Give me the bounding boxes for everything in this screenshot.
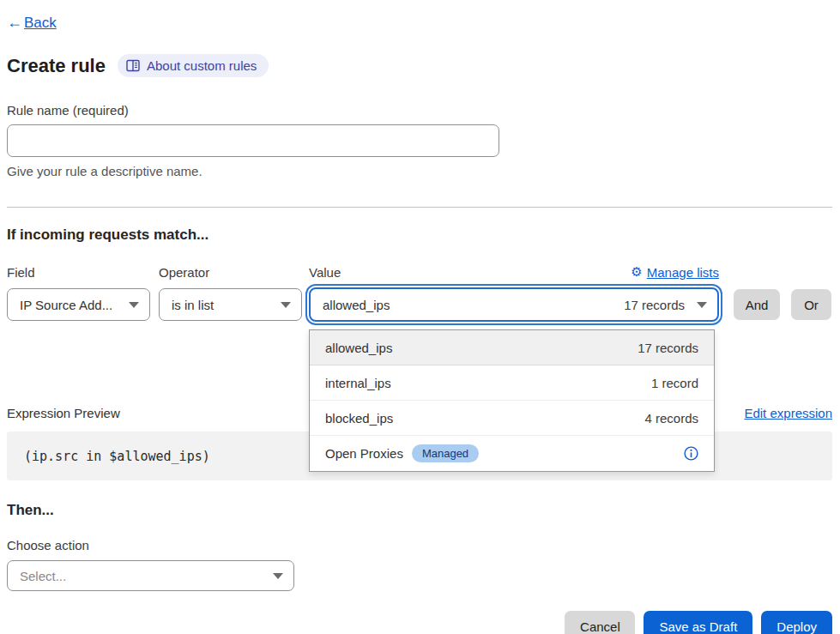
deploy-button[interactable]: Deploy	[761, 611, 832, 634]
manage-lists-label: Manage lists	[647, 265, 719, 280]
option-name: Open Proxies	[325, 446, 403, 461]
match-heading: If incoming requests match...	[7, 226, 832, 244]
action-select[interactable]: Select...	[7, 560, 294, 591]
rule-name-group: Rule name (required) Give your rule a de…	[7, 103, 832, 178]
chevron-down-icon	[273, 573, 283, 579]
value-select[interactable]: allowed_ips 17 records	[309, 287, 719, 322]
save-as-draft-button[interactable]: Save as Draft	[644, 611, 752, 634]
edit-expression-link[interactable]: Edit expression	[744, 406, 832, 420]
managed-badge: Managed	[412, 444, 479, 462]
value-select-meta: 17 records	[624, 298, 685, 312]
create-rule-page: ←Back Create rule About custom rules Rul…	[0, 0, 840, 634]
expression-preview-label: Expression Preview	[7, 406, 120, 420]
value-select-value: allowed_ips	[323, 298, 624, 312]
rule-name-label: Rule name (required)	[7, 103, 832, 118]
footer-actions: Cancel Save as Draft Deploy	[7, 611, 832, 634]
match-labels-row: Field Operator Value ⚙ Manage lists	[7, 264, 832, 280]
action-select-placeholder: Select...	[20, 569, 66, 583]
cancel-button[interactable]: Cancel	[565, 611, 635, 634]
rule-name-help: Give your rule a descriptive name.	[7, 164, 832, 178]
dropdown-option-internal-ips[interactable]: internal_ips 1 record	[310, 365, 714, 401]
option-name: allowed_ips	[325, 341, 392, 355]
title-row: Create rule About custom rules	[7, 54, 832, 77]
or-button[interactable]: Or	[791, 289, 831, 320]
back-link[interactable]: ←Back	[7, 14, 57, 32]
field-select-value: IP Source Add...	[20, 298, 112, 312]
then-heading: Then...	[7, 502, 832, 519]
option-meta: 17 records	[638, 341, 698, 355]
and-button[interactable]: And	[734, 289, 780, 320]
chevron-down-icon	[281, 302, 291, 308]
rule-name-input[interactable]	[7, 124, 499, 157]
chevron-down-icon	[697, 302, 707, 308]
choose-action-label: Choose action	[7, 538, 832, 552]
operator-select[interactable]: is in list	[159, 288, 302, 321]
chevron-down-icon	[129, 302, 139, 308]
value-dropdown-panel: allowed_ips 17 records internal_ips 1 re…	[309, 329, 715, 472]
option-meta: 1 record	[651, 376, 698, 390]
expression-code: (ip.src in $allowed_ips)	[24, 449, 210, 464]
back-row: ←Back	[7, 14, 832, 32]
operator-label: Operator	[159, 265, 309, 280]
book-icon	[126, 59, 140, 72]
about-badge-label: About custom rules	[147, 58, 257, 73]
option-name: internal_ips	[325, 376, 391, 390]
field-select[interactable]: IP Source Add...	[7, 288, 150, 321]
value-label: Value	[309, 265, 341, 280]
about-custom-rules-link[interactable]: About custom rules	[118, 54, 269, 77]
back-label: Back	[24, 15, 57, 32]
dropdown-option-allowed-ips[interactable]: allowed_ips 17 records	[310, 330, 714, 365]
info-icon[interactable]	[684, 446, 698, 461]
manage-lists-link[interactable]: ⚙ Manage lists	[631, 264, 719, 280]
back-arrow-icon: ←	[7, 14, 22, 32]
operator-select-value: is in list	[172, 298, 214, 312]
section-divider	[7, 207, 832, 208]
option-meta: 4 records	[644, 411, 698, 426]
page-title: Create rule	[7, 55, 106, 77]
gear-icon: ⚙	[631, 264, 642, 280]
dropdown-option-blocked-ips[interactable]: blocked_ips 4 records	[310, 401, 714, 436]
dropdown-option-open-proxies[interactable]: Open Proxies Managed	[310, 436, 714, 471]
option-name: blocked_ips	[325, 411, 393, 426]
match-controls-row: IP Source Add... is in list allowed_ips …	[7, 287, 832, 322]
field-label: Field	[7, 265, 159, 280]
